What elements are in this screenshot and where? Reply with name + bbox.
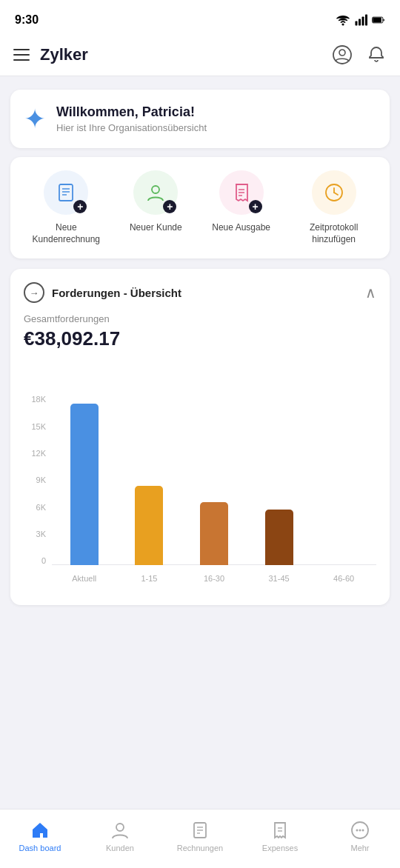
- bar-group-16-30: 16-30: [181, 395, 247, 565]
- app-title: Zylker: [40, 45, 88, 64]
- neue-kundenrechnung-label: Neue Kundenrechnung: [33, 222, 100, 245]
- svg-rect-2: [359, 19, 361, 26]
- bar-group-1-15: 1-15: [117, 395, 182, 565]
- y-label-9k: 9K: [36, 475, 46, 484]
- bar-1-15: [135, 486, 163, 565]
- action-zeitprotokoll[interactable]: Zeitprotokoll hinzufügen: [301, 170, 367, 245]
- star-icon: ✦: [24, 106, 46, 133]
- welcome-heading: Willkommen, Patricia!: [56, 104, 207, 120]
- action-neue-ausgabe[interactable]: + Neue Ausgabe: [212, 170, 270, 245]
- svg-rect-6: [373, 18, 381, 22]
- status-icons: [336, 13, 385, 27]
- neue-ausgabe-icon-wrap: +: [219, 170, 264, 215]
- quick-actions-panel: + Neue Kundenrechnung + Neuer Kunde + Ne…: [10, 157, 390, 258]
- invoice-icon: [55, 181, 77, 204]
- svg-point-28: [356, 829, 359, 831]
- svg-rect-1: [356, 21, 358, 26]
- bar-label-1-15: 1-15: [141, 574, 157, 583]
- bar-label-46-60: 46-60: [333, 574, 354, 583]
- tab-kunden-label: Kunden: [106, 844, 134, 852]
- hamburger-menu-button[interactable]: [13, 49, 30, 61]
- receipt-nav-icon: [270, 821, 290, 840]
- forderungen-icon: →: [24, 282, 44, 303]
- receipt-icon: [230, 181, 253, 204]
- battery-icon: [372, 13, 385, 27]
- forderungen-card: → Forderungen - Übersicht ∧ Gesamtforder…: [10, 269, 390, 605]
- y-axis: 0 3K 6K 9K 12K 15K 18K: [24, 395, 52, 587]
- user-circle-button[interactable]: [332, 44, 353, 65]
- svg-rect-4: [365, 15, 367, 26]
- forderungen-title: Forderungen - Übersicht: [52, 287, 181, 299]
- bell-icon: [367, 45, 386, 64]
- zeitprotokoll-icon-wrap: [312, 170, 356, 215]
- svg-point-20: [116, 824, 124, 831]
- svg-line-19: [334, 193, 338, 195]
- dashboard-icon: [30, 820, 50, 841]
- zeitprotokoll-label: Zeitprotokoll hinzufügen: [301, 222, 367, 245]
- bar-chart: 0 3K 6K 9K 12K 15K 18K Aktuell 1-15 16-3…: [24, 365, 376, 587]
- top-nav: Zylker: [0, 37, 400, 76]
- svg-rect-9: [59, 184, 73, 201]
- y-label-18k: 18K: [31, 395, 46, 404]
- tab-dashboard[interactable]: Dash board: [14, 820, 66, 852]
- neuer-kunde-icon-wrap: +: [133, 170, 178, 215]
- neue-ausgabe-label: Neue Ausgabe: [212, 222, 270, 234]
- svg-point-8: [339, 50, 345, 56]
- tab-expenses-label: Expenses: [262, 844, 298, 852]
- tab-kunden[interactable]: Kunden: [94, 820, 146, 852]
- y-label-6k: 6K: [36, 503, 46, 512]
- status-bar: 9:30: [0, 0, 400, 37]
- tab-mehr-label: Mehr: [350, 844, 369, 852]
- expenses-icon: [270, 820, 290, 841]
- svg-point-0: [342, 24, 344, 25]
- total-amount: €38,092.17: [24, 327, 376, 350]
- y-label-15k: 15K: [31, 422, 46, 431]
- forderungen-title-row: → Forderungen - Übersicht: [24, 282, 181, 303]
- tab-mehr[interactable]: Mehr: [334, 820, 386, 852]
- bar-group-46-60: 46-60: [311, 395, 376, 565]
- bar-label-aktuell: Aktuell: [72, 574, 96, 583]
- action-neue-kundenrechnung[interactable]: + Neue Kundenrechnung: [33, 170, 99, 245]
- kunden-icon: [110, 820, 130, 841]
- svg-point-30: [362, 829, 364, 831]
- clock-icon: [323, 181, 345, 204]
- bar-group-aktuell: Aktuell: [52, 395, 117, 565]
- neuer-kunde-label: Neuer Kunde: [130, 222, 182, 234]
- bar-label-16-30: 16-30: [204, 574, 224, 583]
- svg-point-29: [359, 829, 361, 831]
- y-label-12k: 12K: [31, 449, 46, 458]
- action-neuer-kunde[interactable]: + Neuer Kunde: [130, 170, 182, 245]
- home-icon: [30, 821, 50, 840]
- y-label-0: 0: [41, 556, 46, 565]
- mehr-icon: [350, 820, 370, 841]
- welcome-subtext: Hier ist Ihre Organisationsübersicht: [56, 122, 207, 133]
- person-icon: [144, 181, 167, 204]
- bars-area: Aktuell 1-15 16-30 31-45 46-60: [52, 395, 376, 587]
- tab-rechnungen[interactable]: Rechnungen: [174, 820, 226, 852]
- nav-left: Zylker: [13, 45, 88, 64]
- tab-expenses[interactable]: Expenses: [254, 820, 306, 852]
- tab-dashboard-label: Dash board: [19, 844, 61, 852]
- y-label-3k: 3K: [36, 530, 46, 538]
- total-label: Gesamtforderungen: [24, 313, 376, 324]
- bottom-nav: Dash board Kunden Rechnungen: [0, 809, 400, 868]
- forderungen-header: → Forderungen - Übersicht ∧: [24, 282, 376, 303]
- bar-31-45: [265, 510, 293, 565]
- welcome-text: Willkommen, Patricia! Hier ist Ihre Orga…: [56, 104, 207, 133]
- invoice-nav-icon: [190, 821, 210, 840]
- tab-rechnungen-label: Rechnungen: [177, 844, 223, 852]
- wifi-icon: [336, 13, 350, 27]
- neue-kundenrechnung-icon-wrap: +: [44, 170, 88, 215]
- svg-rect-3: [362, 17, 364, 26]
- collapse-button[interactable]: ∧: [365, 284, 376, 301]
- signal-icon: [354, 13, 367, 27]
- nav-right: [332, 44, 387, 65]
- bar-16-30: [200, 502, 228, 565]
- plus-badge-ausgabe: +: [249, 200, 262, 213]
- notification-bell-button[interactable]: [366, 44, 387, 65]
- person-nav-icon: [110, 821, 130, 840]
- bar-group-31-45: 31-45: [247, 395, 312, 565]
- plus-badge-kunde: +: [163, 200, 176, 213]
- welcome-card: ✦ Willkommen, Patricia! Hier ist Ihre Or…: [10, 90, 390, 148]
- bar-label-31-45: 31-45: [269, 574, 290, 583]
